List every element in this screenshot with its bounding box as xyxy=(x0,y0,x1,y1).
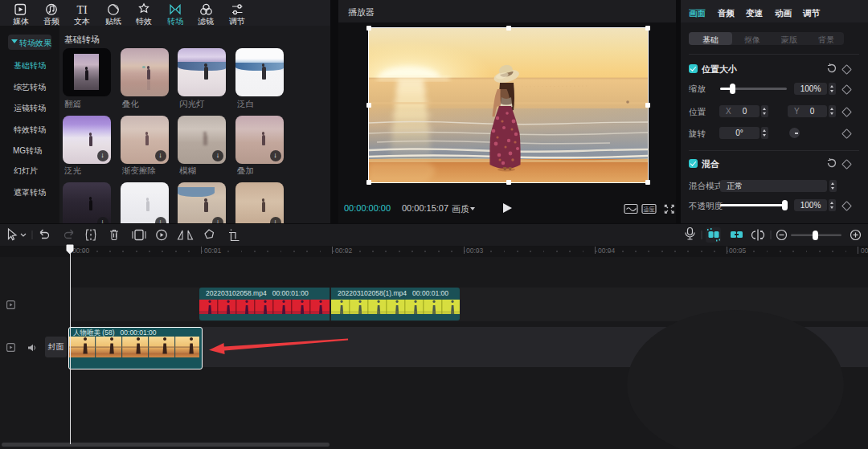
svg-text:TI: TI xyxy=(76,4,88,16)
svg-text:适应: 适应 xyxy=(644,206,655,212)
